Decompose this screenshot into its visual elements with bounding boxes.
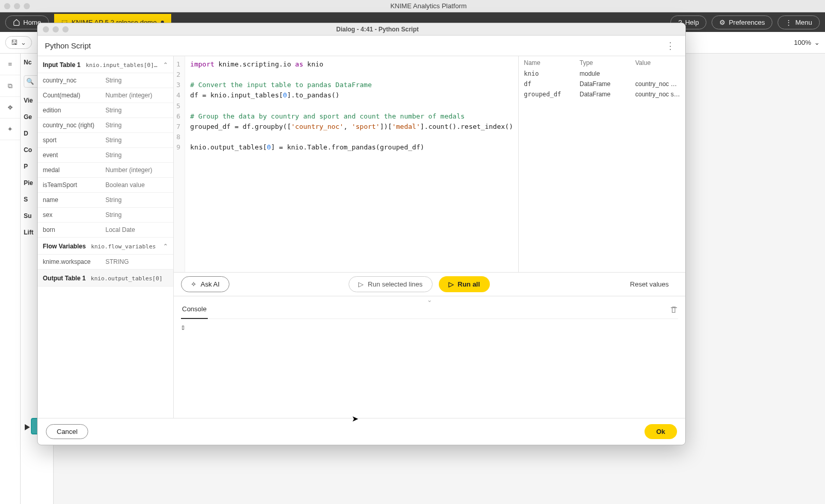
- menu-dots-icon: ⋮: [785, 19, 792, 26]
- var-name: grouped_df: [524, 91, 580, 98]
- traffic-lights-dialog[interactable]: [43, 26, 69, 32]
- column-row[interactable]: sportString: [38, 133, 173, 148]
- app-title: KNIME Analytics Platform: [36, 2, 821, 10]
- variable-row[interactable]: kniomodule: [519, 69, 685, 79]
- maximize-icon[interactable]: [24, 3, 30, 9]
- ok-button[interactable]: Ok: [645, 424, 677, 439]
- column-row[interactable]: medalNumber (integer): [38, 163, 173, 178]
- dialog-footer: Cancel Ok: [38, 418, 685, 445]
- column-type: String: [106, 122, 169, 129]
- column-row[interactable]: editionString: [38, 103, 173, 118]
- zoom-control[interactable]: 100% ⌄: [794, 39, 820, 46]
- var-name: df: [524, 80, 580, 88]
- chevron-up-icon: ⌃: [163, 243, 168, 250]
- run-selected-button[interactable]: ▷ Run selected lines: [349, 276, 432, 292]
- col-type: Type: [580, 59, 635, 66]
- rail-item-2[interactable]: ⧉: [0, 75, 20, 97]
- trash-icon[interactable]: [670, 306, 678, 315]
- column-row[interactable]: country_noc (right)String: [38, 118, 173, 133]
- reset-label: Reset values: [630, 280, 669, 288]
- code-editor[interactable]: 123456789 import knime.scripting.io as k…: [174, 56, 518, 272]
- var-type: DataFrame: [580, 80, 635, 88]
- console-tab[interactable]: Console: [181, 302, 208, 319]
- variable-rows: kniomoduledfDataFramecountry_noc Co…grou…: [519, 69, 685, 99]
- home-icon: [13, 19, 20, 26]
- section-code: knio.flow_variables: [91, 243, 158, 250]
- column-row[interactable]: nameString: [38, 193, 173, 208]
- column-row[interactable]: country_nocString: [38, 73, 173, 88]
- zoom-label: 100%: [794, 39, 811, 46]
- collapse-handle-icon[interactable]: ⌄: [174, 296, 685, 303]
- column-name: isTeamSport: [43, 181, 106, 189]
- editor-wrap: 123456789 import knime.scripting.io as k…: [174, 56, 685, 273]
- close-icon[interactable]: [43, 26, 49, 32]
- console-area: Console ▯: [174, 303, 685, 418]
- minimize-icon[interactable]: [14, 3, 20, 9]
- column-name: born: [43, 226, 106, 233]
- flow-var-type: STRING: [106, 258, 169, 265]
- dialog-title: Python Script: [45, 41, 91, 50]
- column-row[interactable]: eventString: [38, 148, 173, 163]
- mac-titlebar: KNIME Analytics Platform: [0, 0, 825, 12]
- flow-var-row[interactable]: knime.workspaceSTRING: [38, 255, 173, 270]
- cursor-icon: ➤: [352, 414, 358, 424]
- column-row[interactable]: sexString: [38, 208, 173, 223]
- variable-row[interactable]: dfDataFramecountry_noc Co…: [519, 79, 685, 89]
- flow-vars-section[interactable]: Flow Variables knio.flow_variables ⌃: [38, 238, 173, 255]
- action-bar: ✧ Ask AI ▷ Run selected lines ▷ Run all …: [174, 273, 685, 296]
- console-output[interactable]: ▯: [181, 319, 678, 414]
- minimize-icon[interactable]: [53, 26, 59, 32]
- var-type: module: [580, 70, 635, 77]
- close-icon[interactable]: [4, 3, 10, 9]
- variable-row[interactable]: grouped_dfDataFramecountry_noc sp…: [519, 89, 685, 99]
- menu-button[interactable]: ⋮ Menu: [778, 15, 820, 29]
- cancel-button[interactable]: Cancel: [46, 424, 88, 439]
- sparkle-icon: ✧: [191, 280, 196, 288]
- chevron-down-icon: ⌄: [814, 39, 820, 46]
- console-tabs: Console: [181, 303, 678, 319]
- column-type: Boolean value: [106, 181, 169, 189]
- maximize-icon[interactable]: [62, 26, 69, 32]
- tables-panel: Input Table 1 knio.input_tables[0]… ⌃ co…: [38, 56, 174, 418]
- variables-header: Name Type Value: [519, 56, 685, 69]
- column-row[interactable]: isTeamSportBoolean value: [38, 178, 173, 193]
- run-all-button[interactable]: ▷ Run all: [439, 276, 490, 292]
- code-lines[interactable]: import knime.scripting.io as knio # Conv…: [185, 56, 518, 272]
- input-port-icon: [25, 424, 30, 430]
- left-rail: ≡ ⧉ ❖ ✦: [0, 54, 21, 504]
- column-name: Count(medal): [43, 92, 106, 99]
- var-type: DataFrame: [580, 91, 635, 98]
- input-table-section[interactable]: Input Table 1 knio.input_tables[0]… ⌃: [38, 56, 173, 73]
- rail-item-3[interactable]: ❖: [0, 97, 20, 119]
- save-dropdown[interactable]: 🖫 ⌄: [5, 36, 32, 49]
- editor-column: 123456789 import knime.scripting.io as k…: [174, 56, 685, 418]
- output-table-section[interactable]: Output Table 1 knio.output_tables[0]: [38, 270, 173, 287]
- preferences-label: Preferences: [729, 19, 765, 26]
- rail-item-4[interactable]: ✦: [0, 119, 20, 140]
- reset-values-button[interactable]: Reset values: [621, 277, 678, 292]
- rail-item-1[interactable]: ≡: [0, 54, 20, 75]
- column-type: Number (integer): [106, 166, 169, 174]
- column-type: String: [106, 211, 169, 219]
- ok-label: Ok: [656, 428, 665, 435]
- column-type: String: [106, 196, 169, 204]
- section-code: knio.input_tables[0]…: [86, 62, 158, 69]
- ask-ai-label: Ask AI: [201, 280, 220, 288]
- var-value: country_noc sp…: [635, 91, 680, 98]
- help-label: Help: [685, 19, 699, 26]
- column-row[interactable]: bornLocal Date: [38, 223, 173, 238]
- dialog-window-title: Dialog - 4:41 - Python Script: [75, 26, 680, 33]
- variables-panel: Name Type Value kniomoduledfDataFramecou…: [518, 56, 685, 272]
- section-title: Input Table 1: [43, 61, 80, 69]
- traffic-lights[interactable]: [4, 3, 30, 9]
- dialog-titlebar: Dialog - 4:41 - Python Script: [38, 23, 685, 36]
- column-type: String: [106, 137, 169, 144]
- column-row[interactable]: Count(medal)Number (integer): [38, 88, 173, 103]
- more-options-icon[interactable]: ⋮: [663, 40, 678, 52]
- var-name: knio: [524, 70, 580, 77]
- ask-ai-button[interactable]: ✧ Ask AI: [181, 276, 229, 292]
- preferences-button[interactable]: ⚙ Preferences: [712, 15, 772, 29]
- column-name: edition: [43, 107, 106, 114]
- chevron-down-icon: ⌄: [21, 39, 26, 46]
- python-script-dialog: Dialog - 4:41 - Python Script Python Scr…: [37, 23, 686, 445]
